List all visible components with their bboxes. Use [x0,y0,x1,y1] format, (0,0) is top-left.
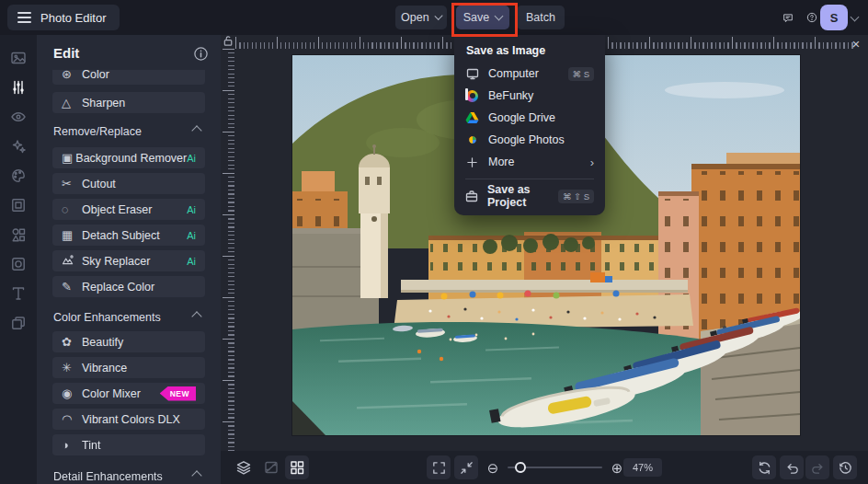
google-drive-logo [465,111,479,124]
menu-item-computer[interactable]: Computer ⌘ S [454,63,605,85]
rail-item-overlays[interactable] [0,249,37,279]
befunky-logo [466,90,478,102]
panel-item-beautify[interactable]: ✿ Beautify [52,331,205,352]
redo-icon [810,460,826,476]
palette-icon [10,167,27,184]
panel-item-tint[interactable]: ◑ Tint [52,434,205,455]
plus-circle-icon: ⊕ [611,461,623,475]
refresh-icon [757,460,772,476]
zoom-level[interactable]: 47% [623,458,662,477]
rail-item-edit[interactable] [0,73,37,102]
app-menu-button[interactable]: Photo Editor [7,5,120,30]
panel-item-vibrance[interactable]: ✳ Vibrance [52,357,205,378]
fit-screen-button[interactable] [454,455,478,479]
chevron-up-icon [191,125,201,135]
eye-icon [10,109,27,125]
rail-item-frames[interactable] [0,190,37,220]
panel-item-color[interactable]: ⊛ Color [52,70,205,85]
rail-item-graphics[interactable] [0,220,37,249]
shapes-icon [10,226,27,243]
fullscreen-button[interactable] [427,455,451,479]
frame-icon [10,197,27,213]
open-button[interactable]: Open [395,6,447,29]
avatar[interactable]: S [820,5,848,30]
save-button[interactable]: Save [456,6,509,29]
panel-item-vibrant-colors-dlx[interactable]: ◠ Vibrant Colors DLX [52,409,205,430]
edit-panel-header: Edit [37,35,221,70]
briefcase-icon [465,190,478,202]
rail-item-effects[interactable] [0,132,37,161]
ai-badge: Ai [187,230,196,241]
history-icon [838,460,853,476]
panel-item-object-eraser[interactable]: ◌ Object Eraser Ai [52,199,205,220]
panel-item-background-remover[interactable]: ▣ Background Remover Ai [52,147,205,168]
rail-item-touchup[interactable] [0,102,37,132]
account-chevron-icon[interactable] [851,13,860,22]
zoom-slider[interactable] [508,467,602,468]
lock-icon [223,35,234,47]
fit-screen-icon [459,460,474,476]
sharpen-icon: △ [62,97,82,109]
mountains-icon [62,254,82,268]
grid-icon [289,459,305,476]
save-button-label: Save [463,11,490,24]
feedback-button[interactable] [777,6,799,29]
rail-item-artsy[interactable] [0,161,37,190]
rail-item-layers[interactable] [0,308,37,338]
plus-icon [466,156,478,168]
close-canvas-button[interactable]: × [847,36,865,52]
background-remover-icon: ▣ [62,152,75,164]
panel-item-sharpen[interactable]: △ Sharpen [52,92,205,113]
chevron-up-icon [191,311,201,321]
close-icon: × [852,36,861,52]
edit-panel: Edit ⊛ Color △ Sharpen Remove/Replace ▣ … [37,35,221,484]
rail-item-photos[interactable] [0,43,37,73]
menu-item-google-drive[interactable]: Google Drive [454,107,605,129]
menu-item-google-photos[interactable]: Google Photos [454,129,605,151]
compare-button[interactable] [259,455,283,479]
panel-item-color-mixer[interactable]: ◉ Color Mixer NEW [52,383,205,404]
layers-icon [10,315,27,331]
refresh-button[interactable] [752,455,776,479]
batch-button[interactable]: Batch [517,6,565,29]
shortcut-badge: ⌘ ⇧ S [558,190,594,203]
section-detail-enhancements[interactable]: Detail Enhancements [53,470,204,484]
rail-item-text[interactable] [0,279,37,308]
guides-lock-button[interactable] [221,35,235,49]
starburst-icon: ✳ [62,362,82,374]
panel-item-cutout[interactable]: ✂ Cutout [52,173,205,194]
ai-badge: Ai [187,256,196,267]
zoom-out-button[interactable]: ⊖ [481,455,505,479]
menu-divider [465,179,594,179]
batch-button-label: Batch [526,11,555,24]
avatar-initial: S [830,11,839,25]
layers-button[interactable] [232,455,256,479]
grid-view-button[interactable] [285,455,309,479]
menu-header: Save as Image [454,40,605,63]
rainbow-icon: ◠ [62,413,82,425]
panel-item-detach-subject[interactable]: ▦ Detach Subject Ai [52,225,205,246]
color-wheel-icon: ◉ [62,387,82,399]
section-color-enhancements[interactable]: Color Enhancements [53,311,204,325]
panel-item-replace-color[interactable]: ✎ Replace Color [52,276,205,297]
open-button-label: Open [401,11,429,24]
redo-button[interactable] [805,455,829,479]
info-button[interactable] [192,46,209,63]
edit-panel-body: ⊛ Color △ Sharpen Remove/Replace ▣ Backg… [37,70,221,484]
menu-item-more[interactable]: More › [454,151,605,173]
menu-item-save-as-project[interactable]: Save as Project ⌘ ⇧ S [454,185,605,207]
panel-item-sky-replacer[interactable]: Sky Replacer Ai [52,250,205,271]
menu-item-befunky[interactable]: BeFunky [454,85,605,107]
undo-button[interactable] [780,455,804,479]
panel-title: Edit [53,45,79,61]
eraser-icon: ◌ [62,203,82,215]
overlay-icon [10,256,27,272]
google-photos-logo [466,133,479,146]
sliders-icon [10,79,27,96]
zoom-slider-handle[interactable] [515,462,526,473]
top-bar: Photo Editor Open Save Batch S [0,0,868,35]
reset-history-button[interactable] [833,455,857,479]
image-icon [10,50,27,66]
section-remove-replace[interactable]: Remove/Replace [53,125,204,139]
minus-circle-icon: ⊖ [487,461,499,475]
